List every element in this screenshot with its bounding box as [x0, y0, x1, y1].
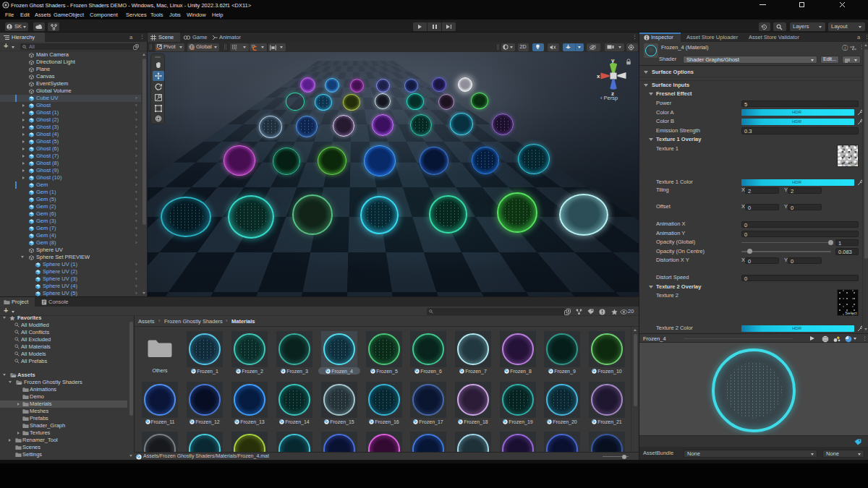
svg-text:x: x	[597, 73, 600, 80]
svg-text:y: y	[611, 57, 615, 64]
svg-text:Y: Y	[235, 48, 237, 51]
